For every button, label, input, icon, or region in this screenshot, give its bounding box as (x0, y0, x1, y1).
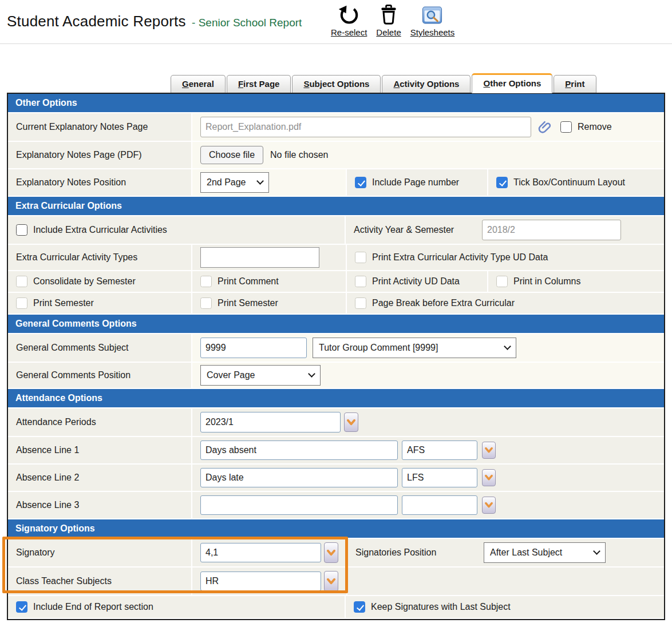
reselect-button[interactable]: Re-select (331, 3, 367, 37)
chevron-down-icon (308, 370, 315, 378)
current-explanatory-notes-cell: Remove (192, 113, 664, 141)
remove-checkbox[interactable] (560, 121, 572, 133)
page-break-label: Page Break before Extra Curricular (372, 298, 515, 308)
absence-line-3-cell (192, 492, 664, 518)
chevron-down-icon (593, 547, 600, 555)
include-page-number-cell: Include Page number (347, 169, 487, 196)
include-page-number-label: Include Page number (372, 177, 459, 188)
explanatory-notes-pdf-label: Explanatory Notes Page (PDF) (8, 142, 191, 168)
absence-line-1-code-input[interactable] (402, 441, 477, 460)
tab-activity-options[interactable]: Activity Options (382, 75, 471, 93)
signatory-input[interactable] (200, 543, 321, 562)
print-type-ud-checkbox (355, 252, 366, 263)
stylesheets-label: Stylesheets (410, 27, 455, 37)
absence-line-2-code-input[interactable] (402, 468, 477, 487)
current-explanatory-notes-input (200, 117, 531, 137)
tab-bar: General First Page Subject Options Activ… (171, 74, 665, 93)
signatory-lookup-button[interactable] (324, 542, 338, 563)
include-page-number-checkbox[interactable] (355, 177, 366, 188)
signatories-position-select[interactable]: After Last Subject (484, 542, 606, 563)
print-comment-cell: Print Comment (192, 271, 346, 292)
absence-line-3-lookup-button[interactable] (482, 497, 496, 514)
print-semester-1-cell: Print Semester (8, 293, 191, 314)
print-semester-2-cell: Print Semester (192, 293, 346, 314)
signatories-position-label: Signatories Position (355, 547, 484, 558)
delete-button[interactable]: Delete (376, 3, 401, 37)
absence-line-2-lookup-button[interactable] (482, 469, 496, 486)
signatory-empty-cell (347, 568, 664, 595)
print-semester-2-label: Print Semester (218, 298, 278, 308)
include-end-of-report-label: Include End of Report section (33, 602, 153, 612)
remove-label: Remove (578, 122, 612, 132)
keep-signatures-checkbox[interactable] (354, 601, 365, 613)
include-end-of-report-checkbox[interactable] (16, 601, 27, 613)
signatories-position-cell: Signatories Position After Last Subject (347, 539, 664, 566)
attendance-periods-lookup-button[interactable] (344, 412, 358, 432)
tickbox-layout-checkbox[interactable] (496, 177, 508, 188)
toolbar: Re-select Delete (331, 3, 454, 37)
general-comments-subject-select[interactable]: Tutor Group Comment [9999] (313, 338, 516, 358)
print-in-columns-cell: Print in Columns (488, 271, 664, 292)
current-explanatory-notes-label: Current Explanatory Notes Page (8, 113, 191, 141)
absence-line-3-text-input[interactable] (200, 495, 398, 515)
section-header-other-options: Other Options (8, 94, 664, 112)
absence-line-1-lookup-button[interactable] (482, 442, 496, 459)
class-teacher-subjects-cell (192, 568, 346, 595)
absence-line-2-text-input[interactable] (200, 468, 398, 487)
absence-line-3-code-input[interactable] (402, 495, 477, 515)
other-options-panel: Other Options Current Explanatory Notes … (7, 93, 665, 620)
absence-line-2-label: Absence Line 2 (8, 465, 191, 491)
explanatory-notes-position-select[interactable]: 2nd Page (200, 172, 269, 193)
attendance-periods-label: Attendance Periods (8, 408, 191, 436)
activity-types-input[interactable] (200, 247, 319, 268)
include-extra-curricular-checkbox[interactable] (16, 224, 27, 236)
absence-line-1-text-input[interactable] (200, 441, 398, 460)
tickbox-layout-cell: Tick Box/Continuum Layout (488, 169, 664, 196)
page-break-cell: Page Break before Extra Curricular (347, 293, 664, 314)
chevron-down-icon (256, 177, 264, 185)
print-comment-checkbox (200, 276, 212, 287)
absence-line-1-cell (192, 437, 664, 463)
activity-types-cell (192, 245, 346, 270)
stylesheets-button[interactable]: Stylesheets (410, 3, 455, 37)
print-semester-1-label: Print Semester (33, 298, 94, 308)
paperclip-icon[interactable] (538, 120, 554, 135)
print-semester-1-checkbox (16, 297, 27, 309)
attendance-periods-input[interactable] (200, 412, 341, 432)
signatory-label: Signatory (8, 539, 191, 566)
consolidate-cell: Consolidate by Semester (8, 271, 191, 292)
activity-year-cell: Activity Year & Semester (346, 216, 664, 244)
class-teacher-lookup-button[interactable] (324, 571, 338, 592)
explanatory-notes-position-cell: 2nd Page (192, 169, 346, 196)
print-in-columns-checkbox (496, 276, 508, 287)
consolidate-label: Consolidate by Semester (33, 276, 136, 287)
chevron-down-icon (504, 343, 511, 350)
include-end-of-report-cell: Include End of Report section (8, 596, 345, 618)
tab-other-options[interactable]: Other Options (472, 73, 552, 93)
print-in-columns-label: Print in Columns (513, 276, 580, 287)
include-extra-curricular-label: Include Extra Curricular Activities (33, 225, 167, 235)
include-extra-curricular-cell: Include Extra Curricular Activities (8, 216, 345, 244)
print-activity-ud-label: Print Activity UD Data (372, 276, 460, 287)
print-type-ud-cell: Print Extra Curricular Activity Type UD … (347, 245, 664, 270)
class-teacher-subjects-input[interactable] (200, 572, 321, 591)
tab-first-page[interactable]: First Page (227, 75, 291, 93)
page-title: Student Academic Reports (7, 13, 186, 30)
signatory-cell (192, 539, 346, 566)
file-chosen-status: No file chosen (270, 150, 328, 160)
general-comments-subject-input[interactable] (200, 338, 307, 358)
page-header: Student Academic Reports - Senior School… (0, 0, 672, 44)
tab-print[interactable]: Print (554, 75, 596, 93)
trash-icon (378, 3, 399, 27)
reselect-icon (338, 3, 361, 27)
print-semester-2-checkbox (200, 297, 212, 309)
tab-subject-options[interactable]: Subject Options (292, 75, 381, 93)
page-break-checkbox (355, 297, 366, 309)
choose-file-button[interactable]: Choose file (200, 146, 263, 164)
tab-general[interactable]: General (171, 75, 226, 93)
reselect-label: Re-select (331, 27, 367, 37)
keep-signatures-label: Keep Signatures with Last Subject (371, 602, 511, 612)
absence-line-3-label: Absence Line 3 (8, 492, 191, 518)
explanatory-notes-position-label: Explanatory Notes Position (8, 169, 191, 196)
general-comments-position-select[interactable]: Cover Page (200, 365, 321, 386)
